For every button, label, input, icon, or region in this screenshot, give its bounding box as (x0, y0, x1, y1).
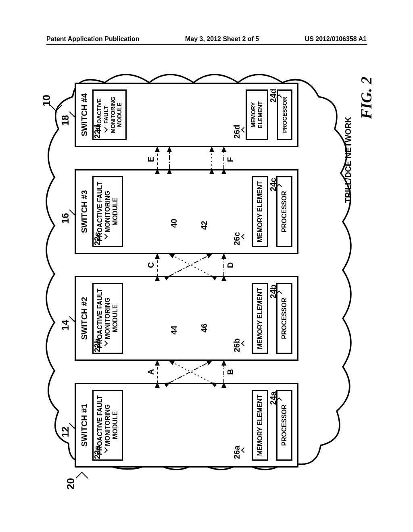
ref-16: 16 (60, 213, 71, 224)
switch-1-title: SWITCH #1 (76, 384, 89, 466)
ref-22b: 22b (93, 339, 102, 352)
port-F: F (226, 157, 235, 162)
ref-42: 42 (200, 221, 209, 230)
ref-40: 40 (169, 219, 179, 228)
ref-26a: 26a (232, 446, 242, 459)
ref-12: 12 (60, 426, 71, 437)
page-header: Patent Application Publication May 3, 20… (0, 35, 413, 43)
ref-26b-hook (241, 341, 247, 346)
switch-3-memory: MEMORY ELEMENT (252, 176, 268, 247)
ref-44: 44 (169, 326, 179, 335)
switch-4-processor: PROCESSOR (277, 89, 292, 140)
port-C: C (146, 262, 156, 268)
switch-3: SWITCH #3 22c PROACTIVE FAULT MONITORING… (75, 169, 298, 254)
switch-3-title: SWITCH #3 (76, 170, 89, 253)
ref-14: 14 (60, 320, 71, 330)
ref-24d: 24d (269, 89, 278, 102)
ref-26d: 26d (232, 125, 242, 139)
switch-4-title: SWITCH #4 (76, 84, 89, 146)
ref-26b: 26b (232, 339, 242, 352)
port-E: E (146, 157, 156, 162)
switch-2-processor: PROCESSOR (276, 283, 292, 354)
switch-3-processor: PROCESSOR (276, 176, 292, 247)
switch-1-memory: MEMORY ELEMENT (252, 390, 268, 461)
ref-46: 46 (200, 324, 209, 332)
ref-20: 20 (65, 478, 77, 490)
switch-4: SWITCH #4 22d PROACTIVE FAULT MONITORING… (75, 83, 298, 147)
switch-1-processor: PROCESSOR (276, 390, 292, 461)
switch-1: SWITCH #1 22a PROACTIVE FAULT MONITORING… (75, 383, 298, 468)
figure-label: FIG. 2 (357, 77, 375, 119)
port-B: B (226, 369, 235, 375)
header-left: Patent Application Publication (46, 35, 140, 43)
ref-10: 10 (40, 95, 53, 106)
ref-26c: 26c (232, 232, 242, 245)
port-A: A (146, 369, 156, 375)
ref-22c: 22c (93, 232, 102, 245)
ref-22a: 22a (93, 446, 102, 459)
diagram-canvas: 10 20 12 14 16 18 SWITCH #1 22a PROACTIV… (36, 64, 377, 492)
ref-26c-hook (241, 234, 247, 239)
switch-2-title: SWITCH #2 (76, 277, 89, 360)
ref-26a-hook (241, 447, 247, 453)
header-rule (46, 44, 367, 45)
switch-2-memory: MEMORY ELEMENT (252, 283, 268, 354)
diagram-viewport: 10 20 12 14 16 18 SWITCH #1 22a PROACTIV… (36, 64, 377, 492)
header-right: US 2012/0106358 A1 (305, 35, 367, 43)
header-center: May 3, 2012 Sheet 2 of 5 (185, 35, 259, 43)
port-D: D (226, 262, 235, 268)
switch-4-memory: MEMORY ELEMENT (246, 89, 268, 140)
network-label: TRILL/DCE NETWORK (344, 117, 353, 203)
ref-22d: 22d (93, 125, 102, 139)
ref-18: 18 (60, 115, 71, 126)
switch-2: SWITCH #2 22b PROACTIVE FAULT MONITORING… (75, 276, 298, 361)
